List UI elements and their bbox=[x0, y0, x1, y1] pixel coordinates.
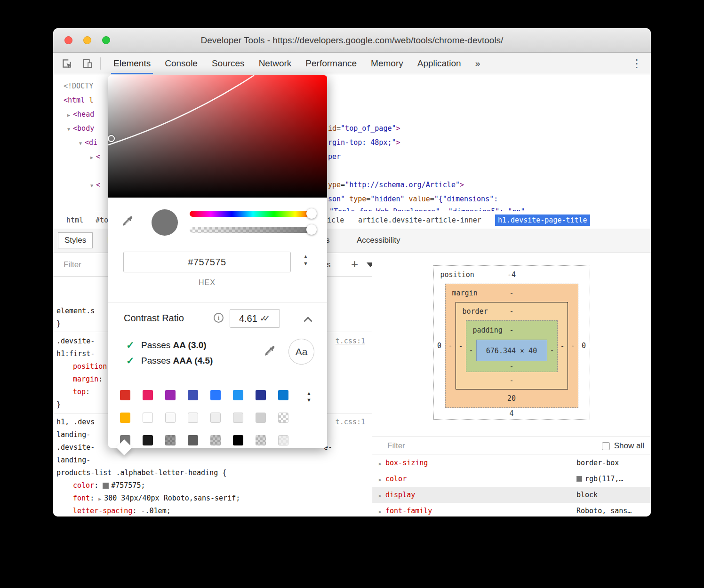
computed-property-row[interactable]: ▶displayblock bbox=[372, 487, 651, 503]
increment-icon[interactable]: ▲ bbox=[303, 254, 308, 259]
computed-property-row[interactable]: ▶font-familyRoboto, sans… bbox=[372, 503, 651, 516]
box-model-position[interactable]: position -4 0 margin - - bbox=[433, 265, 590, 420]
expand-icon[interactable]: ▶ bbox=[379, 493, 382, 498]
palette-swatch[interactable] bbox=[210, 435, 221, 445]
hex-stepper[interactable]: ▲ ▼ bbox=[303, 254, 308, 266]
filter-funnel-icon[interactable] bbox=[367, 262, 372, 267]
style-line[interactable]: font: ▶ 300 34px/40px Roboto,sans-serif; bbox=[53, 492, 372, 504]
collapse-contrast-icon[interactable] bbox=[304, 317, 312, 325]
tab-network[interactable]: Network bbox=[252, 53, 299, 74]
stylesheet-link[interactable]: t.css:1 bbox=[336, 416, 365, 428]
palette-swatch[interactable] bbox=[188, 435, 198, 445]
palette-pager[interactable]: ▲ ▼ bbox=[306, 391, 312, 403]
tab-performance[interactable]: Performance bbox=[298, 53, 364, 74]
styles-filter-input[interactable]: Filter bbox=[64, 253, 81, 277]
show-all-checkbox[interactable] bbox=[602, 442, 610, 450]
tab-application[interactable]: Application bbox=[410, 53, 468, 74]
device-toolbar-icon[interactable] bbox=[81, 57, 94, 70]
palette-swatch[interactable] bbox=[278, 413, 288, 423]
style-line[interactable]: letter-spacing: -.01em; bbox=[53, 505, 372, 516]
close-button[interactable] bbox=[64, 36, 72, 44]
margin-right-value[interactable]: - bbox=[568, 342, 578, 350]
margin-bottom-value[interactable]: 20 bbox=[446, 389, 578, 407]
sidebar-tab-styles[interactable]: Styles bbox=[58, 232, 93, 248]
contrast-eyedropper-icon[interactable] bbox=[264, 345, 276, 358]
palette-swatch[interactable] bbox=[233, 435, 243, 445]
palette-swatch[interactable] bbox=[165, 390, 176, 400]
palette-swatch[interactable] bbox=[256, 413, 266, 423]
style-line[interactable]: color: #757575; bbox=[53, 479, 372, 492]
new-style-rule-button[interactable]: + bbox=[351, 253, 358, 275]
tab-sources[interactable]: Sources bbox=[205, 53, 252, 74]
palette-swatch[interactable] bbox=[210, 390, 221, 400]
palette-up-icon[interactable]: ▲ bbox=[306, 391, 312, 396]
tab-console[interactable]: Console bbox=[158, 53, 205, 74]
palette-swatch[interactable] bbox=[120, 390, 130, 400]
zoom-button[interactable] bbox=[102, 36, 110, 44]
window-titlebar[interactable]: Developer Tools - https://developers.goo… bbox=[53, 28, 651, 53]
position-bottom-value[interactable]: 4 bbox=[434, 408, 590, 419]
tab-memory[interactable]: Memory bbox=[364, 53, 410, 74]
margin-left-value[interactable]: - bbox=[446, 342, 456, 350]
info-icon[interactable]: i bbox=[214, 313, 224, 323]
tab-elements[interactable]: Elements bbox=[106, 53, 158, 74]
inline-color-swatch[interactable] bbox=[103, 483, 109, 489]
aa-preview-button[interactable]: Aa bbox=[288, 339, 314, 365]
palette-swatch[interactable] bbox=[188, 413, 198, 423]
box-model-padding[interactable]: padding - - 676.344 × 40 - - bbox=[466, 320, 558, 372]
palette-swatch[interactable] bbox=[256, 435, 266, 445]
hex-format-label[interactable]: HEX bbox=[123, 278, 291, 287]
expand-icon[interactable]: ▶ bbox=[379, 509, 382, 514]
expand-icon[interactable]: ▶ bbox=[379, 461, 382, 466]
palette-down-icon[interactable]: ▼ bbox=[306, 397, 312, 403]
position-right-value[interactable]: 0 bbox=[578, 342, 590, 350]
breadcrumb-item[interactable]: html bbox=[64, 215, 86, 226]
palette-swatch[interactable] bbox=[143, 390, 153, 400]
padding-right-value[interactable]: - bbox=[547, 346, 557, 355]
hue-knob[interactable] bbox=[306, 208, 317, 219]
sidebar-tab-accessibility[interactable]: Accessibility bbox=[351, 232, 407, 248]
style-line[interactable]: products-list .alphabet-letter-heading { bbox=[53, 467, 372, 479]
hex-input[interactable] bbox=[123, 252, 291, 272]
palette-swatch[interactable] bbox=[278, 390, 288, 400]
palette-swatch[interactable] bbox=[256, 390, 266, 400]
palette-swatch[interactable] bbox=[278, 435, 288, 445]
alpha-slider[interactable] bbox=[190, 227, 316, 233]
position-left-value[interactable]: 0 bbox=[434, 342, 445, 350]
palette-swatch[interactable] bbox=[210, 413, 221, 423]
palette-swatch[interactable] bbox=[120, 413, 130, 423]
box-model-content[interactable]: 676.344 × 40 bbox=[476, 340, 547, 361]
palette-swatch[interactable] bbox=[143, 413, 153, 423]
breadcrumb-item[interactable]: h1.devsite-page-title bbox=[495, 215, 590, 226]
palette-swatch[interactable] bbox=[233, 390, 243, 400]
inspect-element-icon[interactable] bbox=[61, 57, 73, 70]
position-top-value[interactable]: -4 bbox=[507, 270, 516, 279]
palette-swatch[interactable] bbox=[188, 390, 198, 400]
computed-property-row[interactable]: ▶box-sizingborder-box bbox=[372, 455, 651, 471]
border-top-value[interactable]: - bbox=[509, 307, 513, 316]
style-line[interactable]: landing- bbox=[53, 454, 372, 466]
palette-swatch[interactable] bbox=[165, 435, 176, 445]
alpha-knob[interactable] bbox=[306, 224, 317, 235]
box-model-margin[interactable]: margin - - border - - bbox=[445, 284, 578, 408]
padding-left-value[interactable]: - bbox=[466, 346, 476, 355]
hue-slider[interactable] bbox=[190, 211, 316, 217]
palette-swatch[interactable] bbox=[233, 413, 243, 423]
box-model-border[interactable]: border - - padding - bbox=[456, 302, 568, 389]
computed-filter-input[interactable]: Filter bbox=[387, 437, 405, 455]
stylesheet-link[interactable]: t.css:1 bbox=[336, 335, 365, 347]
eyedropper-icon[interactable] bbox=[121, 215, 134, 228]
expand-icon[interactable]: ▶ bbox=[379, 477, 382, 482]
decrement-icon[interactable]: ▼ bbox=[303, 261, 308, 266]
palette-swatch[interactable] bbox=[165, 413, 176, 423]
padding-top-value[interactable]: - bbox=[509, 326, 513, 334]
color-gradient-area[interactable] bbox=[108, 75, 327, 198]
palette-swatch[interactable] bbox=[143, 435, 153, 445]
computed-property-row[interactable]: ▶colorrgb(117,… bbox=[372, 471, 651, 487]
breadcrumb-item[interactable]: article.devsite-article-inner bbox=[355, 215, 484, 226]
margin-top-value[interactable]: - bbox=[509, 289, 513, 297]
devtools-menu-icon[interactable]: ⋮ bbox=[631, 53, 642, 74]
tab-more[interactable]: » bbox=[468, 53, 488, 74]
minimize-button[interactable] bbox=[83, 36, 91, 44]
border-right-value[interactable]: - bbox=[558, 342, 568, 350]
